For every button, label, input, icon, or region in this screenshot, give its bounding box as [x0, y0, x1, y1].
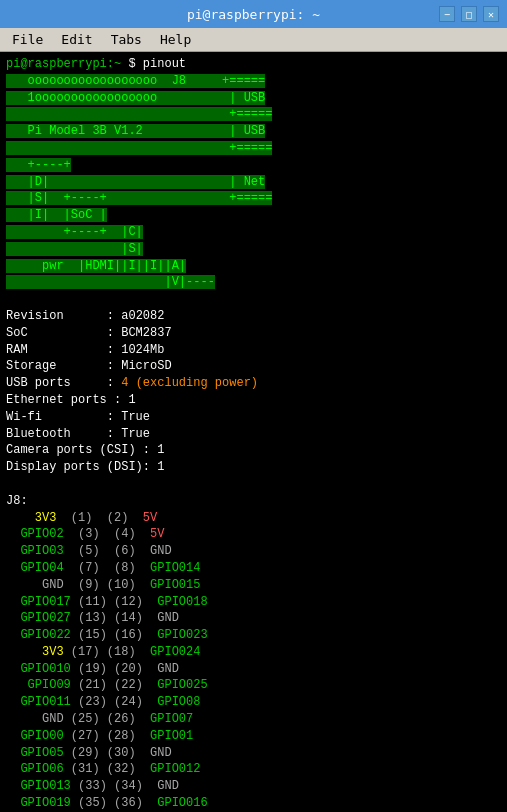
terminal[interactable]: pi@raspberrypi:~ $ pinout oooooooooooooo…: [0, 52, 507, 812]
menu-file[interactable]: File: [4, 30, 51, 49]
titlebar-buttons: − □ ✕: [439, 6, 499, 22]
menu-help[interactable]: Help: [152, 30, 199, 49]
menu-tabs[interactable]: Tabs: [103, 30, 150, 49]
terminal-content: pi@raspberrypi:~ $ pinout oooooooooooooo…: [6, 56, 503, 812]
minimize-button[interactable]: −: [439, 6, 455, 22]
titlebar: pi@raspberrypi: ~ − □ ✕: [0, 0, 507, 28]
menu-edit[interactable]: Edit: [53, 30, 100, 49]
titlebar-title: pi@raspberrypi: ~: [68, 7, 439, 22]
maximize-button[interactable]: □: [461, 6, 477, 22]
close-button[interactable]: ✕: [483, 6, 499, 22]
menubar: File Edit Tabs Help: [0, 28, 507, 52]
